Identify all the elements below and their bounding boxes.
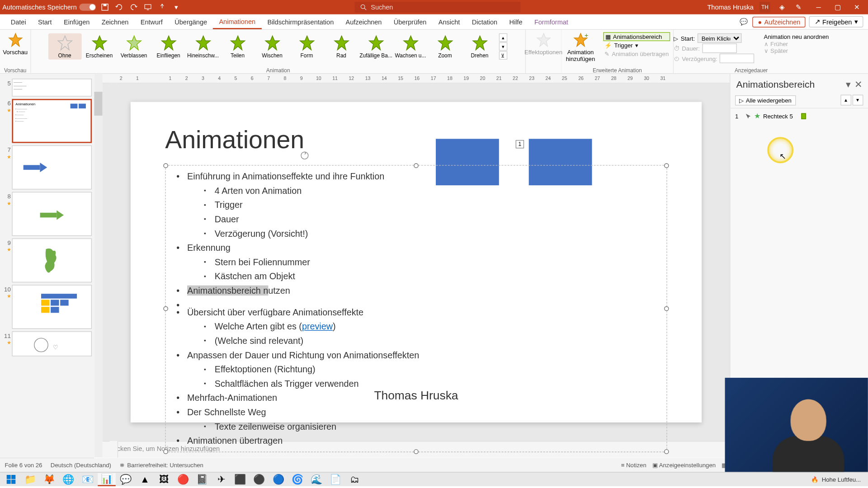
slide-body-textbox[interactable]: Einführung in Animationseffekte und ihre… <box>165 165 667 452</box>
tab-uebergaenge[interactable]: Übergänge <box>169 14 213 29</box>
anim-teilen[interactable]: Teilen <box>221 33 255 60</box>
edge-icon[interactable]: 🌊 <box>307 473 326 486</box>
close-button[interactable]: ✕ <box>848 0 866 14</box>
app-icon[interactable]: 💬 <box>117 473 135 486</box>
sel-handle[interactable] <box>163 449 168 454</box>
tab-hilfe[interactable]: Hilfe <box>503 14 528 29</box>
diamond-icon[interactable]: ◈ <box>776 2 787 13</box>
later-button[interactable]: ∨Später <box>764 47 829 54</box>
tab-formformat[interactable]: Formformat <box>528 14 574 29</box>
redo-icon[interactable] <box>128 2 139 13</box>
app-icon[interactable]: 🔵 <box>269 473 288 486</box>
copy-anim-button[interactable]: ✎Animation übertragen <box>604 50 670 58</box>
status-language[interactable]: Deutsch (Deutschland) <box>51 462 111 469</box>
tab-zeichnen[interactable]: Zeichnen <box>95 14 134 29</box>
rotate-handle-icon[interactable] <box>300 151 309 160</box>
record-button[interactable]: ●Aufzeichnen <box>753 16 806 27</box>
thumb-11[interactable]: ♡ <box>12 331 92 356</box>
earlier-button[interactable]: ∧Früher <box>764 41 829 47</box>
present-icon[interactable] <box>142 2 153 13</box>
sel-handle[interactable] <box>163 163 168 168</box>
pen-icon[interactable]: ✎ <box>793 2 804 13</box>
file-explorer-icon[interactable]: 📁 <box>21 473 39 486</box>
powerpoint-icon[interactable]: 📊 <box>98 473 116 486</box>
thumb-6[interactable]: Animationen• ────── • ────• ────• ──────… <box>12 99 92 143</box>
firefox-icon[interactable]: 🦊 <box>41 473 59 486</box>
tab-aufzeichnen[interactable]: Aufzeichnen <box>340 14 387 29</box>
anim-wischen[interactable]: Wischen <box>255 33 289 60</box>
anim-drehen[interactable]: Drehen <box>463 33 496 60</box>
play-all-button[interactable]: ▷Alle wiedergeben <box>735 95 796 105</box>
tab-entwurf[interactable]: Entwurf <box>135 14 169 29</box>
anim-ohne[interactable]: Ohne <box>48 33 81 60</box>
gallery-expand-button[interactable]: ⊻ <box>499 51 507 59</box>
weather-icon[interactable]: 🔥 <box>811 476 818 483</box>
sel-handle[interactable] <box>163 306 168 311</box>
anim-pane-button[interactable]: ▦Animationsbereich <box>604 32 670 41</box>
telegram-icon[interactable]: ✈ <box>212 473 230 486</box>
sel-handle[interactable] <box>414 163 419 168</box>
app-icon[interactable]: 🔴 <box>174 473 192 486</box>
touch-icon[interactable] <box>156 2 167 13</box>
sel-handle[interactable] <box>414 449 419 454</box>
maximize-button[interactable]: ▢ <box>829 0 847 14</box>
anim-pane-options-icon[interactable]: ▾ <box>846 79 851 90</box>
thumb-9[interactable] <box>12 238 92 282</box>
tab-bildschirm[interactable]: Bildschirmpräsentation <box>261 14 340 29</box>
app-icon[interactable]: 🗂 <box>346 473 364 486</box>
thumb-8[interactable] <box>12 192 92 236</box>
tab-dictation[interactable]: Dictation <box>466 14 504 29</box>
thumb-10[interactable] <box>12 285 92 329</box>
anim-pane-close-icon[interactable]: ✕ <box>854 79 862 90</box>
tab-animationen[interactable]: Animationen <box>213 14 261 29</box>
app-icon[interactable]: 🌀 <box>288 473 307 486</box>
qat-more-icon[interactable]: ▾ <box>171 2 182 13</box>
status-display-button[interactable]: ▣ Anzeigeeinstellungen <box>652 462 716 469</box>
comments-icon[interactable]: 💬 <box>738 16 749 27</box>
tab-start[interactable]: Start <box>32 14 58 29</box>
tab-ansicht[interactable]: Ansicht <box>433 14 466 29</box>
anim-form[interactable]: Form <box>290 33 324 60</box>
slide[interactable]: Animationen 1 Einführung in Animationsef… <box>131 102 702 422</box>
share-button[interactable]: ↗Freigeben▾ <box>809 16 863 28</box>
tab-einfuegen[interactable]: Einfügen <box>58 14 96 29</box>
windows-start-icon[interactable] <box>2 473 20 486</box>
user-avatar[interactable]: TH <box>760 2 770 13</box>
start-select[interactable]: Beim Klicken <box>697 33 741 43</box>
weather-text[interactable]: Hohe Luftfeu... <box>822 476 861 483</box>
preview-button[interactable]: Vorschau <box>0 31 31 57</box>
anim-verblassen[interactable]: Verblassen <box>117 33 151 60</box>
vlc-icon[interactable]: ▲ <box>136 473 154 486</box>
app-icon[interactable]: 🖼 <box>155 473 173 486</box>
search-bar[interactable] <box>355 2 521 13</box>
anim-erscheinen[interactable]: Erscheinen <box>83 33 116 60</box>
thumb-5[interactable]: ────────────── <box>12 79 92 97</box>
app-icon[interactable]: ⬛ <box>231 473 250 486</box>
onenote-icon[interactable]: 📓 <box>193 473 211 486</box>
delay-field[interactable] <box>720 54 754 63</box>
thumb-scrollbar[interactable] <box>94 74 102 458</box>
sel-handle[interactable] <box>664 306 669 311</box>
toggle-switch[interactable] <box>79 4 96 11</box>
gallery-down-button[interactable]: ▾ <box>499 42 507 51</box>
trigger-button[interactable]: ⚡Trigger▾ <box>604 42 670 49</box>
anim-zoom[interactable]: Zoom <box>428 33 462 60</box>
anim-wachsen[interactable]: Wachsen u... <box>394 33 427 60</box>
save-icon[interactable] <box>99 2 110 13</box>
slide-canvas[interactable]: Animationen 1 Einführung in Animationsef… <box>103 84 730 441</box>
minimize-button[interactable]: ─ <box>810 0 828 14</box>
app-icon[interactable]: 📄 <box>327 473 345 486</box>
add-animation-button[interactable]: + Animation hinzufügen <box>562 31 599 63</box>
anim-einfliegen[interactable]: Einfliegen <box>152 33 185 60</box>
gallery-up-button[interactable]: ▴ <box>499 33 507 42</box>
undo-icon[interactable] <box>114 2 125 13</box>
anim-zufaellig[interactable]: Zufällige Ba... <box>359 33 393 60</box>
anim-rad[interactable]: Rad <box>325 33 358 60</box>
move-down-button[interactable]: ▾ <box>853 95 863 106</box>
tab-ueberpruefen[interactable]: Überprüfen <box>388 14 433 29</box>
anim-hinein[interactable]: Hineinschw... <box>186 33 220 60</box>
duration-field[interactable] <box>702 43 736 53</box>
thumb-scroll-handle[interactable] <box>94 92 102 116</box>
anim-list-item[interactable]: 1 ★ Rechteck 5 <box>734 111 864 122</box>
status-notes-button[interactable]: ≡ Notizen <box>621 462 646 469</box>
